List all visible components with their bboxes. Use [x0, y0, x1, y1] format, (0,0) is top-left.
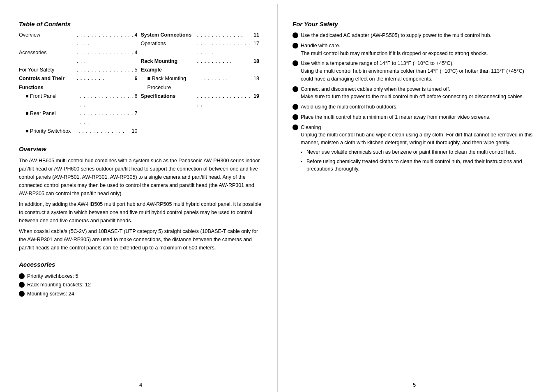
list-item: Handle with care.The multi control hub m… [292, 42, 536, 58]
toc-page: 19 [253, 92, 259, 110]
bullet-icon [19, 282, 25, 288]
toc-entry: System Connections. . . . . . . . . . . … [141, 31, 263, 39]
overview-section: Overview The AW-HB605 multi control hub … [19, 145, 263, 252]
sub-bullet-list: •Never use volatile chemicals such as be… [301, 148, 536, 173]
toc-dots: . . . . . . . . . . . . . [78, 127, 131, 136]
toc-page: 4 [135, 31, 138, 48]
overview-paragraph: The AW-HB605 multi control hub combines … [19, 157, 263, 198]
toc-title: Table of Contents [19, 21, 263, 28]
list-item: Avoid using the multi control hub outdoo… [292, 103, 536, 111]
accessories-title: Accessories [19, 261, 263, 268]
toc-label: Operations [141, 39, 196, 57]
toc-entry: Controls and Their Functions. . . . . . … [19, 74, 141, 92]
toc-entry: Overview. . . . . . . . . . . . . . . . … [19, 31, 141, 48]
toc-label: System Connections [141, 31, 196, 39]
toc-page: 17 [253, 39, 259, 57]
sub-item-text: Before using chemically treated cloths t… [306, 158, 536, 173]
toc-dots: . . . . . . . . . . . . . . . . . [79, 92, 135, 110]
sub-list-item: •Never use volatile chemicals such as be… [301, 148, 536, 156]
page-left: Table of Contents Overview. . . . . . . … [4, 4, 278, 392]
item-rest-line: The multi control hub may malfunction if… [301, 51, 488, 56]
toc-label: ■ Priority Switchbox [25, 127, 78, 136]
toc-entry: For Your Safety. . . . . . . . . . . . .… [19, 66, 141, 74]
toc-label: Accessories [19, 48, 76, 66]
toc-page: 18 [253, 74, 259, 92]
toc-entry: ■ Priority Switchbox. . . . . . . . . . … [19, 127, 141, 136]
item-first-line: Use the dedicated AC adapter (AW-PS505) … [301, 32, 491, 38]
bullet-icon [19, 291, 25, 297]
toc-page: 10 [132, 127, 138, 136]
toc-dots: . . . . . . . . . . . . . . . . . . . . [76, 31, 135, 48]
item-text: Use the dedicated AC adapter (AW-PS505) … [301, 32, 536, 39]
toc-page: 11 [253, 31, 259, 39]
toc-page: 4 [135, 48, 138, 66]
list-item: Use within a temperature range of 14°F t… [292, 60, 536, 83]
toc-dots: . . . . . . . . [200, 74, 253, 92]
toc-entry: Specifications. . . . . . . . . . . . . … [141, 92, 263, 110]
overview-paragraph: When coaxial cable/s (5C-2V) and 10BASE-… [19, 227, 263, 252]
toc-label: For Your Safety [19, 66, 76, 74]
toc-dots: . . . . . . . . . . [196, 57, 253, 75]
item-text: Rack mounting brackets: 12 [27, 281, 91, 289]
bullet-icon [292, 60, 298, 66]
sub-dot-icon: • [301, 158, 305, 165]
page-right: For Your Safety Use the dedicated AC ada… [278, 4, 551, 392]
toc-label: ■ Rack Mounting Procedure [147, 74, 200, 92]
toc-col-1: Overview. . . . . . . . . . . . . . . . … [19, 31, 141, 136]
item-rest-line: Unplug the multi control hub and wipe it… [301, 132, 532, 145]
bullet-icon [19, 273, 25, 279]
list-item: Use the dedicated AC adapter (AW-PS505) … [292, 32, 536, 39]
toc-entry: ■ Front Panel. . . . . . . . . . . . . .… [19, 92, 141, 110]
item-first-line: Connect and disconnect cables only when … [301, 86, 450, 92]
safety-section: For Your Safety Use the dedicated AC ada… [292, 21, 536, 175]
item-text: Priority switchboxes: 5 [27, 272, 78, 281]
page-number-left: 4 [139, 382, 142, 388]
toc-dots: . . . . . . . . [76, 74, 135, 92]
toc-page: 18 [253, 57, 259, 75]
toc-label: Specifications [141, 92, 196, 110]
safety-list: Use the dedicated AC adapter (AW-PS505) … [292, 32, 536, 175]
item-text: CleaningUnplug the multi control hub and… [301, 124, 536, 175]
bullet-icon [292, 32, 298, 38]
accessories-section: Accessories Priority switchboxes: 5Rack … [19, 261, 263, 298]
toc-label: Overview [19, 31, 76, 48]
toc-entry: Accessories. . . . . . . . . . . . . . .… [19, 48, 141, 66]
toc-dots: . . . . . . . . . . . . . . . . . [196, 92, 253, 110]
bullet-icon [292, 114, 298, 120]
toc-dots: . . . . . . . . . . . . . . . . . . . [76, 48, 135, 66]
toc-grid: Overview. . . . . . . . . . . . . . . . … [19, 31, 263, 136]
toc-entry: ■ Rack Mounting Procedure. . . . . . . .… [141, 74, 263, 92]
sub-dot-icon: • [301, 148, 305, 155]
accessories-list: Priority switchboxes: 5Rack mounting bra… [19, 272, 263, 298]
bullet-icon [292, 104, 298, 110]
bullet-icon [292, 86, 298, 92]
item-text: Place the multi control hub a minimum of… [301, 113, 536, 121]
overview-paragraph: In addition, by adding the AW-HB505 mult… [19, 200, 263, 225]
toc-col-2: System Connections. . . . . . . . . . . … [141, 31, 263, 136]
bullet-icon [292, 43, 298, 48]
toc-page: 6 [135, 92, 138, 110]
item-first-line: Place the multi control hub a minimum of… [301, 114, 491, 120]
sub-list-item: •Before using chemically treated cloths … [301, 158, 536, 173]
item-first-line: Handle with care. [301, 43, 341, 48]
toc-dots: . . . . . . . . . . . . . . . . . . [79, 109, 135, 127]
item-text: Use within a temperature range of 14°F t… [301, 60, 536, 83]
list-item: Priority switchboxes: 5 [19, 272, 263, 281]
toc-entry: ■ Rear Panel. . . . . . . . . . . . . . … [19, 109, 141, 127]
item-text: Handle with care.The multi control hub m… [301, 42, 536, 58]
toc-page: 7 [135, 109, 138, 127]
toc-label: Controls and Their Functions [19, 74, 76, 92]
item-text: Avoid using the multi control hub outdoo… [301, 103, 536, 111]
list-item: Rack mounting brackets: 12 [19, 281, 263, 289]
item-first-line: Cleaning [301, 125, 321, 130]
toc-entry: Operations. . . . . . . . . . . . . . . … [141, 39, 263, 57]
toc-section: Table of Contents Overview. . . . . . . … [19, 21, 263, 136]
item-first-line: Avoid using the multi control hub outdoo… [301, 104, 398, 110]
item-rest-line: Using the multi control hub in environme… [301, 68, 524, 82]
sub-item-text: Never use volatile chemicals such as ben… [306, 148, 516, 156]
toc-dots: . . . . . . . . . . . . . . . . . . . . [196, 39, 253, 57]
toc-page: 5 [135, 66, 138, 74]
item-rest-line: Make sure to turn the power to the multi… [301, 94, 524, 99]
list-item: CleaningUnplug the multi control hub and… [292, 124, 536, 175]
list-item: Connect and disconnect cables only when … [292, 85, 536, 101]
